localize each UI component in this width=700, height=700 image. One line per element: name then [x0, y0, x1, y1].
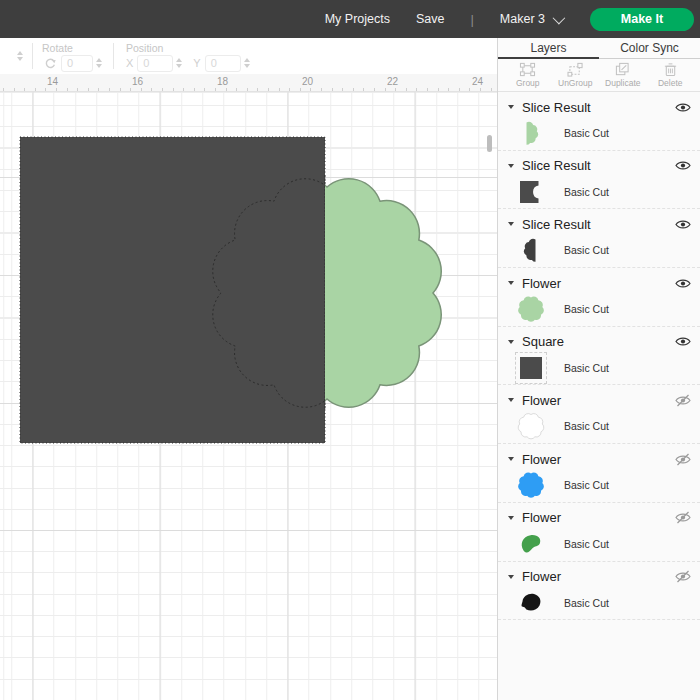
duplicate-icon [614, 62, 631, 77]
chevron-down-icon[interactable] [508, 164, 514, 168]
layer-thumbnail[interactable] [516, 470, 546, 500]
rotate-stepper[interactable] [93, 58, 105, 68]
layer-thumbnail[interactable] [516, 235, 546, 265]
visibility-toggle[interactable] [674, 217, 692, 231]
layer-cut-type: Basic Cut [564, 303, 609, 315]
delete-label: Delete [658, 78, 683, 88]
eye-slash-icon [675, 511, 691, 524]
layer-cut-type: Basic Cut [564, 597, 609, 609]
delete-button[interactable]: Delete [647, 62, 693, 88]
group-icon [519, 62, 536, 77]
layer-thumbnail[interactable] [516, 529, 546, 559]
ruler-label: 18 [217, 76, 228, 87]
chevron-down-icon[interactable] [508, 281, 514, 285]
chevron-down-icon[interactable] [508, 105, 514, 109]
ungroup-button[interactable]: UnGroup [552, 62, 598, 88]
layer-row[interactable]: Slice Result Basic Cut [498, 151, 700, 210]
layer-row[interactable]: Flower Basic Cut [498, 444, 700, 503]
flower-icon [516, 411, 546, 441]
blob-bird-icon [516, 588, 546, 618]
layer-cut-type: Basic Cut [564, 538, 609, 550]
layer-cut-type: Basic Cut [564, 244, 609, 256]
chevron-down-icon[interactable] [508, 398, 514, 402]
tab-layers[interactable]: Layers [498, 38, 599, 58]
flower-icon [516, 294, 546, 324]
my-projects-link[interactable]: My Projects [325, 12, 390, 26]
eye-slash-icon [675, 453, 691, 466]
layer-thumbnail[interactable] [516, 588, 546, 618]
canvas-square[interactable] [20, 137, 325, 443]
layer-cut-type: Basic Cut [564, 479, 609, 491]
canvas[interactable] [0, 92, 497, 700]
layer-row[interactable]: Slice Result Basic Cut [498, 209, 700, 268]
eye-icon [675, 218, 691, 231]
flower-right-half-icon [516, 118, 546, 148]
layer-row[interactable]: Flower Basic Cut [498, 268, 700, 327]
layer-thumbnail[interactable] [516, 353, 546, 383]
cricut-design-space: My Projects Save | Maker 3 Make It Rotat… [0, 0, 700, 700]
machine-selector[interactable]: Maker 3 [500, 12, 562, 26]
layer-cut-type: Basic Cut [564, 362, 609, 374]
duplicate-label: Duplicate [605, 78, 640, 88]
chevron-down-icon[interactable] [508, 575, 514, 579]
group-label: Group [516, 78, 540, 88]
visibility-toggle[interactable] [674, 335, 692, 349]
layer-actions: Group UnGroup Duplicate [498, 59, 700, 92]
square-notched-icon [516, 177, 546, 207]
position-x-stepper[interactable] [173, 58, 185, 68]
position-group: Position X 0 Y 0 [114, 38, 253, 74]
visibility-toggle[interactable] [674, 393, 692, 407]
layer-list: Slice Result Basic Cut Slice Result Basi… [498, 92, 700, 700]
rotate-input[interactable]: 0 [61, 55, 93, 72]
layer-row[interactable]: Flower Basic Cut [498, 562, 700, 621]
layer-cut-type: Basic Cut [564, 127, 609, 139]
visibility-toggle[interactable] [674, 100, 692, 114]
layer-row[interactable]: Slice Result Basic Cut [498, 92, 700, 151]
position-y-stepper[interactable] [241, 58, 253, 68]
canvas-scrollbar[interactable] [487, 135, 492, 152]
layer-thumbnail[interactable] [516, 177, 546, 207]
layer-name: Slice Result [522, 217, 674, 232]
visibility-toggle[interactable] [674, 159, 692, 173]
layer-cut-type: Basic Cut [564, 186, 609, 198]
layer-thumbnail[interactable] [516, 411, 546, 441]
chevron-down-icon[interactable] [508, 222, 514, 226]
layer-name: Flower [522, 393, 674, 408]
top-bar: My Projects Save | Maker 3 Make It [0, 0, 700, 38]
visibility-toggle[interactable] [674, 452, 692, 466]
duplicate-button[interactable]: Duplicate [600, 62, 646, 88]
layer-name: Square [522, 334, 674, 349]
layer-row[interactable]: Square Basic Cut [498, 327, 700, 386]
rotate-group: Rotate 0 [33, 38, 105, 74]
position-x-input[interactable]: 0 [137, 55, 173, 72]
chevron-down-icon[interactable] [508, 516, 514, 520]
visibility-toggle[interactable] [674, 276, 692, 290]
layer-name: Slice Result [522, 158, 674, 173]
eye-icon [675, 101, 691, 114]
layer-row[interactable]: Flower Basic Cut [498, 385, 700, 444]
layer-name: Slice Result [522, 100, 674, 115]
make-it-button[interactable]: Make It [590, 8, 694, 31]
layer-row[interactable]: Flower Basic Cut [498, 503, 700, 562]
position-y-input[interactable]: 0 [205, 55, 241, 72]
layer-thumbnail[interactable] [516, 118, 546, 148]
eye-icon [675, 159, 691, 172]
ruler-label: 16 [132, 76, 143, 87]
layers-panel: Layers Color Sync Group [497, 38, 700, 700]
square-icon [516, 353, 546, 383]
group-button[interactable]: Group [505, 62, 551, 88]
chevron-down-icon[interactable] [508, 340, 514, 344]
eye-icon [675, 277, 691, 290]
tab-color-sync[interactable]: Color Sync [599, 38, 700, 58]
blob-leaf-icon [516, 529, 546, 559]
y-axis-label: Y [193, 57, 200, 69]
save-link[interactable]: Save [416, 12, 445, 26]
ruler: 141618202224 [0, 74, 497, 92]
chevron-down-icon[interactable] [508, 457, 514, 461]
layer-thumbnail[interactable] [516, 294, 546, 324]
layer-cut-type: Basic Cut [564, 420, 609, 432]
visibility-toggle[interactable] [674, 570, 692, 584]
size-stepper[interactable] [14, 51, 26, 61]
machine-name: Maker 3 [500, 12, 545, 26]
visibility-toggle[interactable] [674, 511, 692, 525]
